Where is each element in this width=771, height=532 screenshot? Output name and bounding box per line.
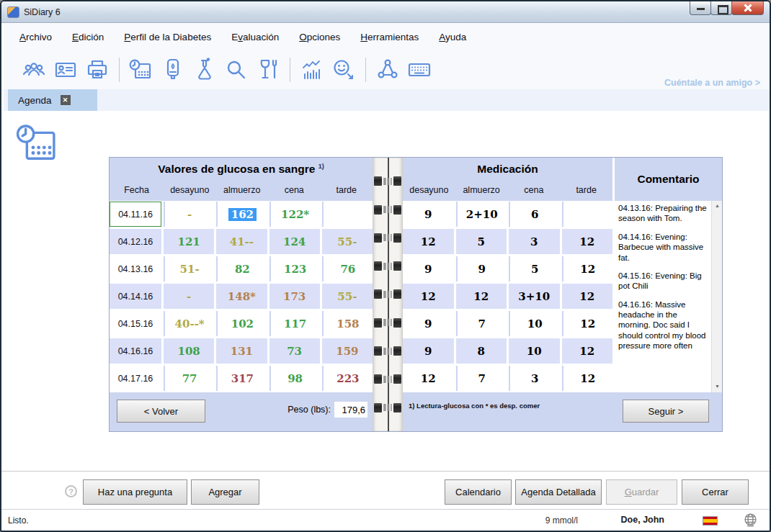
med-cell[interactable]: 9 (403, 202, 454, 227)
menu-opciones[interactable]: Opciones (299, 32, 340, 42)
globe-icon[interactable] (743, 513, 758, 530)
med-cell[interactable]: 12 (403, 284, 454, 309)
glucose-cell[interactable] (322, 202, 373, 227)
nutrition-icon[interactable] (252, 55, 284, 84)
date-cell[interactable]: 04.14.16 (110, 284, 161, 309)
glucose-cell[interactable]: 55- (322, 284, 373, 309)
title-bar[interactable]: SiDiary 6 (1, 1, 770, 23)
med-cell[interactable]: 5 (456, 229, 507, 254)
med-cell[interactable]: 6 (509, 202, 560, 227)
tab-close-icon[interactable]: ✕ (61, 95, 71, 105)
med-cell[interactable]: 9 (403, 338, 454, 364)
date-cell[interactable]: 04.15.16 (110, 311, 161, 336)
help-icon[interactable]: ? (65, 485, 77, 497)
med-cell[interactable]: 12 (562, 366, 613, 391)
tab-agenda[interactable]: Agenda ✕ (8, 89, 97, 111)
agenda-icon[interactable] (125, 55, 157, 84)
med-cell[interactable]: 3 (509, 366, 560, 391)
glucose-cell[interactable]: 121 (164, 229, 214, 254)
menu-evaluacion[interactable]: Evaluación (231, 32, 279, 42)
search-icon[interactable] (220, 55, 252, 84)
med-cell[interactable]: 9 (456, 256, 507, 281)
menu-archivo[interactable]: Archivo (19, 32, 52, 42)
med-cell[interactable]: 12 (562, 338, 613, 364)
med-cell[interactable]: 12 (403, 366, 454, 391)
glucose-cell[interactable]: 55- (322, 229, 373, 254)
date-cell[interactable]: 04.13.16 (110, 256, 161, 281)
statistics-icon[interactable] (296, 55, 328, 84)
glucose-cell[interactable]: 108 (164, 338, 214, 364)
close-icon[interactable] (731, 1, 764, 15)
glucose-cell[interactable]: 159 (322, 338, 373, 364)
glucose-cell[interactable]: 122* (269, 202, 320, 227)
med-cell[interactable]: 12 (403, 229, 454, 254)
med-cell[interactable]: 2+10 (456, 202, 507, 227)
minimize-icon[interactable] (690, 1, 711, 15)
med-cell[interactable]: 7 (456, 366, 507, 391)
glucose-cell-selected[interactable]: 162 (216, 202, 267, 227)
menu-perfil-diabetes[interactable]: Perfil de la Diabetes (124, 32, 211, 42)
calendar-button[interactable]: Calendario (445, 479, 512, 505)
date-cell[interactable]: 04.12.16 (110, 229, 161, 254)
date-cell[interactable]: 04.11.16 (110, 202, 161, 227)
menu-ayuda[interactable]: Ayuda (439, 32, 466, 42)
mood-export-icon[interactable] (328, 55, 360, 84)
detailed-agenda-button[interactable]: Agenda Detallada (515, 479, 602, 505)
med-cell[interactable]: 7 (456, 311, 507, 336)
ask-question-button[interactable]: Haz una pregunta (83, 479, 187, 505)
glucose-cell[interactable]: 158 (322, 311, 373, 336)
close-button[interactable]: Cerrar (682, 479, 749, 505)
maximize-icon[interactable] (710, 1, 732, 15)
glucose-cell[interactable]: 41-- (216, 229, 267, 254)
glucose-cell[interactable]: 82 (216, 256, 267, 281)
weight-input[interactable] (334, 402, 367, 418)
comment-text[interactable]: 04.13.16: Prepairing the season with Tom… (615, 201, 711, 392)
med-cell[interactable]: 12 (562, 311, 613, 336)
med-cell[interactable]: 12 (562, 229, 613, 254)
glucose-meter-icon[interactable] (157, 55, 189, 84)
med-cell[interactable] (562, 202, 613, 227)
printer-icon[interactable] (81, 55, 113, 84)
tell-a-friend-link[interactable]: Cuéntale a un amigo > (664, 78, 760, 88)
glucose-cell[interactable]: 76 (322, 256, 373, 281)
date-cell[interactable]: 04.17.16 (110, 366, 161, 391)
med-cell[interactable]: 8 (456, 338, 507, 364)
glucose-cell[interactable]: 51- (164, 256, 214, 281)
glucose-cell[interactable]: 131 (216, 338, 267, 364)
glucose-cell[interactable]: 123 (269, 256, 320, 281)
med-cell[interactable]: 9 (403, 256, 454, 281)
glucose-cell[interactable]: 40--* (164, 311, 214, 336)
glucose-cell[interactable]: 77 (164, 366, 214, 391)
back-button[interactable]: < Volver (117, 400, 205, 423)
share-icon[interactable] (372, 55, 404, 84)
glucose-cell[interactable]: 98 (269, 366, 320, 391)
glucose-cell[interactable]: 148* (216, 284, 267, 309)
save-button-disabled[interactable]: Guardar (606, 479, 677, 505)
med-cell[interactable]: 3 (509, 229, 560, 254)
glucose-cell[interactable]: 102 (216, 311, 267, 336)
med-cell[interactable]: 9 (403, 311, 454, 336)
next-button[interactable]: Seguir > (623, 400, 709, 423)
menu-edicion[interactable]: Edición (72, 32, 104, 42)
glucose-cell[interactable]: 223 (322, 366, 373, 391)
lab-flask-icon[interactable] (189, 55, 220, 84)
contact-card-icon[interactable] (50, 55, 81, 84)
med-cell[interactable]: 12 (562, 284, 613, 309)
glucose-cell[interactable]: 73 (269, 338, 320, 364)
glucose-cell[interactable]: - (164, 202, 214, 227)
med-cell[interactable]: 10 (509, 311, 560, 336)
med-cell[interactable]: 3+10 (509, 284, 560, 309)
users-icon[interactable] (18, 55, 50, 84)
add-button[interactable]: Agregar (191, 479, 259, 505)
keyboard-icon[interactable] (404, 55, 435, 84)
menu-herramientas[interactable]: Herramientas (360, 32, 419, 42)
glucose-cell[interactable]: 173 (269, 284, 320, 309)
med-cell[interactable]: 5 (509, 256, 560, 281)
glucose-cell[interactable]: 117 (269, 311, 320, 336)
med-cell[interactable]: 12 (562, 256, 613, 281)
scroll-down-icon[interactable]: ▼ (712, 382, 723, 392)
scroll-up-icon[interactable]: ▲ (712, 201, 723, 212)
glucose-cell[interactable]: 317 (216, 366, 267, 391)
date-cell[interactable]: 04.16.16 (110, 338, 161, 364)
glucose-cell[interactable]: 124 (269, 229, 320, 254)
